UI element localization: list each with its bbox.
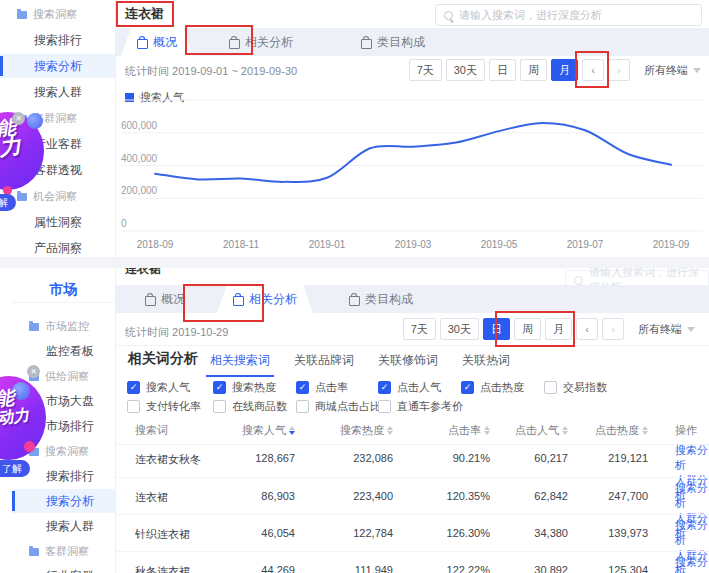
metric-checkbox[interactable]: ✓点击人气	[378, 380, 441, 395]
stat-time: 统计时间 2019-10-29	[125, 325, 228, 340]
sidebar-item-3[interactable]: 搜索人群	[0, 80, 115, 104]
range-button-4[interactable]: 月	[545, 318, 572, 340]
range-button-2[interactable]: 日	[489, 59, 516, 81]
section-title: 相关词分析	[128, 350, 198, 368]
next-arrow-button[interactable]: ›	[608, 59, 630, 81]
metric-checkbox[interactable]: ✓点击率	[296, 380, 348, 395]
close-icon[interactable]: ✕	[12, 112, 25, 125]
sidebar-item-8[interactable]: 搜索人群	[12, 514, 115, 538]
top-tab-1[interactable]: 相关分析	[213, 28, 309, 56]
terminal-dropdown[interactable]: 所有终端	[638, 322, 695, 337]
prev-arrow-button[interactable]: ‹	[576, 318, 598, 340]
bottom-tab-0[interactable]: 概况	[129, 285, 201, 313]
sidebar-section-9[interactable]: 客群洞察	[12, 539, 115, 563]
svg-text:2018-09: 2018-09	[137, 239, 174, 250]
range-button-4[interactable]: 月	[551, 59, 578, 81]
sidebar-title: 市场	[12, 276, 115, 303]
checkbox-unchecked-icon[interactable]	[127, 400, 140, 413]
word-tab-0[interactable]: 相关搜索词	[210, 352, 270, 377]
word-tab-3[interactable]: 关联热词	[462, 352, 510, 377]
sidebar-section-0[interactable]: 搜索洞察	[0, 2, 115, 26]
prev-arrow-button[interactable]: ‹	[582, 59, 604, 81]
next-arrow-button[interactable]: ›	[602, 318, 624, 340]
cell-search-word: 连衣裙女秋冬	[135, 452, 201, 467]
top-tab-2[interactable]: 类目构成	[345, 28, 441, 56]
sidebar-item-7[interactable]: 搜索分析	[12, 489, 115, 513]
search-analysis-link[interactable]: 搜索分析	[675, 481, 709, 511]
checkbox-checked-icon[interactable]: ✓	[461, 381, 474, 394]
decor-dot	[24, 441, 35, 452]
promo-cta-button[interactable]: 了解	[0, 460, 30, 477]
bag-icon	[233, 296, 244, 306]
range-button-1[interactable]: 30天	[440, 318, 479, 340]
top-tab-0[interactable]: 概况	[121, 28, 193, 56]
checkbox-checked-icon[interactable]: ✓	[127, 381, 140, 394]
top-panel: 搜索洞察搜索排行搜索分析搜索人群客群洞察行业客群客群透视机会洞察属性洞察产品洞察…	[0, 0, 709, 257]
folder-icon	[17, 11, 27, 19]
checkbox-checked-icon[interactable]: ✓	[296, 381, 309, 394]
metric-checkbox[interactable]: 在线商品数	[213, 399, 287, 414]
sidebar-item-2[interactable]: 搜索分析	[0, 54, 115, 78]
column-header-0[interactable]: 搜索词	[135, 423, 168, 438]
terminal-dropdown[interactable]: 所有终端	[644, 63, 701, 78]
sidebar-item-label: 搜索人群	[46, 519, 94, 533]
sidebar-item-1[interactable]: 搜索排行	[0, 28, 115, 52]
range-button-0[interactable]: 7天	[409, 59, 442, 81]
column-header-5[interactable]: 点击热度	[538, 423, 648, 438]
sidebar-item-label: 搜索洞察	[33, 8, 77, 20]
word-tabs: 相关搜索词关联品牌词关联修饰词关联热词	[210, 352, 510, 377]
search-analysis-link[interactable]: 搜索分析	[675, 443, 709, 473]
checkbox-checked-icon[interactable]: ✓	[378, 381, 391, 394]
column-header-6[interactable]: 操作	[675, 423, 697, 438]
bottom-tab-1[interactable]: 相关分析	[217, 285, 313, 313]
checkbox-label: 点击热度	[480, 380, 524, 395]
word-tab-1[interactable]: 关联品牌词	[294, 352, 354, 377]
column-header-2[interactable]: 搜索热度	[283, 423, 393, 438]
sidebar-item-10[interactable]: 行业客群	[12, 564, 115, 573]
sidebar-item-1[interactable]: 监控看板	[12, 339, 115, 363]
metric-checkbox[interactable]: 支付转化率	[127, 399, 201, 414]
range-button-3[interactable]: 周	[520, 59, 547, 81]
cell-value: 139,973	[548, 527, 648, 539]
search-input[interactable]: 请输入搜索词，进行深度分析	[435, 4, 702, 26]
svg-text:2019-05: 2019-05	[481, 239, 518, 250]
range-button-0[interactable]: 7天	[403, 318, 436, 340]
close-icon[interactable]: ✕	[27, 365, 40, 378]
cell-search-word: 连衣裙	[135, 490, 168, 505]
sidebar-section-0[interactable]: 市场监控	[12, 314, 115, 338]
checkbox-label: 点击人气	[397, 380, 441, 395]
sidebar-item-label: 市场监控	[45, 320, 89, 332]
column-label: 搜索人气	[242, 423, 286, 438]
metric-checkbox[interactable]: 交易指数	[544, 380, 607, 395]
metric-checkbox[interactable]: 直通车参考价	[378, 399, 463, 414]
metric-checkbox[interactable]: ✓搜索人气	[127, 380, 190, 395]
sidebar-item-8[interactable]: 属性洞察	[0, 210, 115, 234]
metric-checkbox[interactable]: ✓搜索热度	[213, 380, 276, 395]
column-header-1[interactable]: 搜索人气	[185, 423, 295, 438]
sidebar-item-label: 监控看板	[46, 344, 94, 358]
search-analysis-link[interactable]: 搜索分析	[675, 518, 709, 548]
checkbox-unchecked-icon[interactable]	[378, 400, 391, 413]
checkbox-unchecked-icon[interactable]	[296, 400, 309, 413]
bottom-tab-2[interactable]: 类目构成	[333, 285, 429, 313]
svg-text:2019-03: 2019-03	[395, 239, 432, 250]
folder-icon	[29, 323, 39, 331]
checkbox-label: 搜索人气	[146, 380, 190, 395]
checkbox-unchecked-icon[interactable]	[213, 400, 226, 413]
range-button-1[interactable]: 30天	[446, 59, 485, 81]
svg-text:2019-09: 2019-09	[653, 239, 690, 250]
word-tab-2[interactable]: 关联修饰词	[378, 352, 438, 377]
range-button-2[interactable]: 日	[483, 318, 510, 340]
sort-icon[interactable]	[642, 426, 648, 435]
range-button-3[interactable]: 周	[514, 318, 541, 340]
bottom-tabstrip: 概况相关分析类目构成	[115, 285, 709, 313]
checkbox-checked-icon[interactable]: ✓	[213, 381, 226, 394]
search-analysis-link[interactable]: 搜索分析	[675, 555, 709, 573]
metric-checkbox[interactable]: 商城点击占比	[296, 399, 381, 414]
app-root: 搜索洞察搜索排行搜索分析搜索人群客群洞察行业客群客群透视机会洞察属性洞察产品洞察…	[0, 0, 709, 573]
bag-icon	[145, 296, 156, 306]
checkbox-unchecked-icon[interactable]	[544, 381, 557, 394]
metric-checkbox[interactable]: ✓点击热度	[461, 380, 524, 395]
sidebar-item-9[interactable]: 产品洞察	[0, 236, 115, 260]
tab-label: 概况	[153, 34, 177, 51]
